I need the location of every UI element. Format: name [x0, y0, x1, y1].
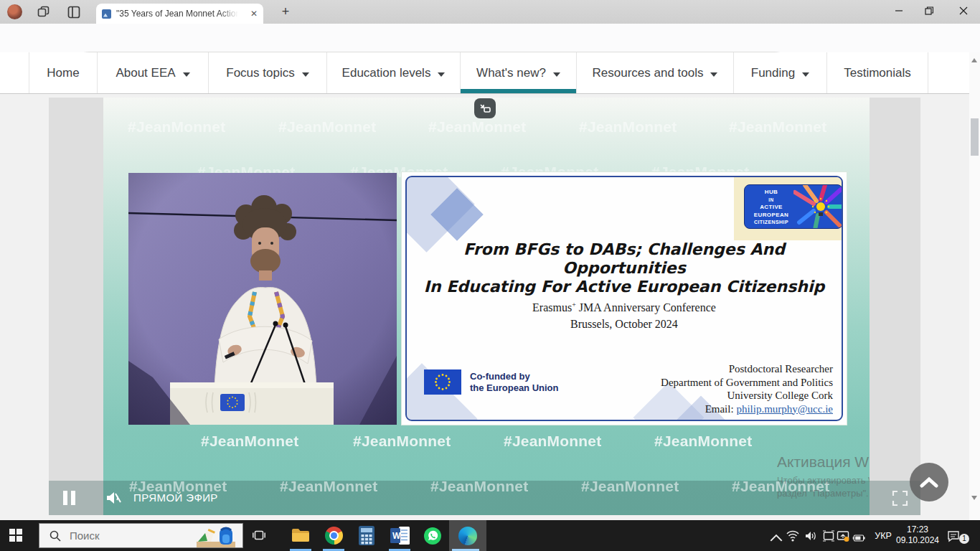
volume-icon[interactable] — [804, 529, 817, 542]
file-explorer-icon — [291, 528, 310, 543]
search-daily-illustration — [195, 524, 237, 547]
wifi-icon[interactable] — [786, 529, 799, 542]
nav-item-testimonials[interactable]: Testimonials — [826, 52, 928, 93]
email-link[interactable]: philip.murphy@ucc.ie — [736, 403, 833, 415]
scrollbar-thumb[interactable] — [971, 118, 979, 156]
chrome-icon — [325, 527, 343, 545]
slide-title: From BFGs to DABs; Challenges And Opport… — [414, 240, 834, 296]
chevron-down-icon — [438, 72, 445, 77]
notification-center-icon[interactable] — [947, 529, 960, 542]
eu-cofunded-logo: Co-funded by the European Union — [424, 369, 559, 395]
browser-toolbar: https://education.ec.europa.eu/event/35-… — [0, 24, 980, 52]
nav-item-funding[interactable]: Funding — [733, 52, 826, 93]
taskbar-clock[interactable]: 17:23 09.10.2024 — [895, 524, 940, 546]
eu-flag — [424, 369, 461, 395]
fullscreen-icon[interactable] — [892, 490, 908, 507]
tab-close-icon[interactable]: ✕ — [250, 9, 258, 18]
slide-event-line: Erasmus+ JMA Anniversary Conference — [407, 301, 842, 314]
slide-frame: HUB IN ACTIVE EUROPEAN CITIZENSHIP — [405, 176, 843, 421]
search-input[interactable] — [70, 529, 170, 542]
chevron-down-icon — [553, 72, 560, 77]
watermark: #JeanMonnet — [581, 478, 679, 495]
cast-icon[interactable] — [822, 529, 835, 542]
chevron-down-icon — [183, 72, 190, 77]
scroll-to-top-button[interactable] — [910, 463, 948, 501]
tab-title: "35 Years of Jean Monnet Actions — [116, 9, 238, 19]
hub-active-european-citizenship-logo: HUB IN ACTIVE EUROPEAN CITIZENSHIP — [744, 184, 843, 229]
chevron-down-icon — [710, 72, 717, 77]
taskbar-whatsapp[interactable] — [416, 520, 449, 551]
taskbar-chrome[interactable] — [317, 520, 350, 551]
nav-item-focus-topics[interactable]: Focus topics — [208, 52, 326, 93]
window-restore-button[interactable] — [917, 0, 941, 22]
taskbar-search[interactable] — [39, 523, 243, 548]
hidden-icons-chevron[interactable] — [770, 532, 783, 545]
time: 17:23 — [895, 524, 940, 535]
watermark: #JeanMonnet — [504, 433, 601, 450]
presentation-slide: HUB IN ACTIVE EUROPEAN CITIZENSHIP — [402, 172, 847, 425]
edge-icon — [458, 527, 477, 545]
tab-favicon — [102, 9, 111, 19]
taskbar-edge-active[interactable] — [449, 520, 486, 551]
watermark: #JeanMonnet — [129, 478, 227, 495]
whatsapp-icon — [423, 527, 442, 545]
watermark: #JeanMonnet — [128, 118, 225, 136]
watermark: #JeanMonnet — [428, 118, 526, 136]
watermark: #JeanMonnet — [579, 118, 677, 136]
pause-button[interactable] — [63, 491, 76, 505]
muted-volume-icon[interactable] — [105, 489, 122, 507]
task-view-icon[interactable] — [253, 529, 265, 542]
start-button[interactable] — [9, 529, 22, 542]
slide-author-block: Postdoctoral Researcher Department of Go… — [661, 362, 833, 415]
scrollbar-down-arrow[interactable] — [971, 496, 977, 500]
nav-item-resources-tools[interactable]: Resources and tools — [576, 52, 733, 93]
browser-tab-strip: "35 Years of Jean Monnet Actions ✕ + — [0, 0, 980, 24]
live-video[interactable]: #JeanMonnet #JeanMonnet #JeanMonnet #Jea… — [103, 98, 870, 515]
taskbar-file-explorer[interactable] — [284, 520, 317, 551]
page-content: #JeanMonnet #JeanMonnet #JeanMonnet #Jea… — [0, 94, 980, 520]
nav-item-about-eea[interactable]: About EEA — [97, 52, 208, 93]
hands-lightbulb-art — [793, 185, 843, 229]
language-indicator[interactable]: УКР — [870, 520, 897, 551]
site-navigation: Home About EEA Focus topics Education le… — [0, 52, 980, 94]
date: 09.10.2024 — [895, 535, 940, 546]
windows-activation-watermark: Активация Windows Чтобы активировать Win… — [777, 453, 870, 499]
nav-item-education-levels[interactable]: Education levels — [326, 52, 460, 93]
slide-event-location: Brussels, October 2024 — [407, 318, 842, 331]
video-player[interactable]: #JeanMonnet #JeanMonnet #JeanMonnet #Jea… — [49, 98, 920, 515]
watermark: #JeanMonnet — [278, 118, 376, 136]
calculator-icon — [359, 526, 374, 545]
search-icon — [50, 530, 61, 542]
notification-badge: 1 — [959, 534, 969, 544]
windows-taskbar: W УКР 17:23 09.10.2024 — [0, 520, 980, 551]
profile-avatar[interactable] — [7, 4, 22, 19]
window-close-button[interactable] — [951, 0, 976, 22]
vertical-tabs-icon[interactable] — [67, 6, 80, 19]
watermark: #JeanMonnet — [353, 433, 451, 450]
watermark: #JeanMonnet — [430, 478, 528, 495]
mini-player-icon[interactable] — [474, 98, 496, 118]
page-scrollbar[interactable] — [969, 52, 980, 520]
nav-item-whats-new[interactable]: What's new? — [460, 52, 576, 93]
watermark: #JeanMonnet — [201, 433, 298, 450]
chevron-down-icon — [802, 72, 809, 77]
taskbar-word[interactable]: W — [383, 520, 416, 551]
screen: "35 Years of Jean Monnet Actions ✕ + htt… — [0, 0, 980, 551]
watermark: #JeanMonnet — [654, 433, 752, 450]
taskbar-calculator[interactable] — [350, 520, 383, 551]
browser-tab[interactable]: "35 Years of Jean Monnet Actions ✕ — [96, 4, 263, 24]
watermark: #JeanMonnet — [280, 478, 377, 495]
window-minimize-button[interactable] — [887, 0, 911, 22]
scrollbar-up-arrow[interactable] — [971, 58, 977, 62]
workspaces-icon[interactable] — [37, 6, 50, 19]
new-tab-button[interactable]: + — [276, 4, 295, 21]
chevron-down-icon — [302, 72, 309, 77]
battery-icon[interactable] — [852, 532, 865, 545]
speaker-camera-feed — [128, 173, 397, 425]
watermark: #JeanMonnet — [729, 118, 826, 136]
word-icon: W — [390, 527, 410, 545]
nav-item-home[interactable]: Home — [29, 52, 97, 93]
svg-text:W: W — [392, 531, 401, 541]
screen-share-icon[interactable] — [837, 529, 849, 542]
